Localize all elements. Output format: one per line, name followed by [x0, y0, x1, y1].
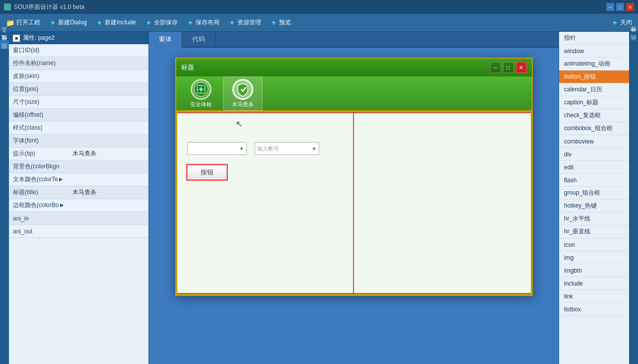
nav-item-security[interactable]: 安全体检	[181, 77, 221, 110]
center-tabs: 窗体 代码	[149, 32, 559, 48]
sim-dialog-body[interactable]: ↖ ▼ 输入帐号 ▼	[176, 111, 532, 295]
right-side-tabs: 控件 结构	[629, 32, 638, 364]
guide-bottom	[177, 293, 531, 294]
close-app-button[interactable]: ＋ 关闭	[607, 16, 636, 29]
account-placeholder: 输入帐号	[257, 145, 279, 152]
comp-item[interactable]: 指针	[559, 32, 638, 45]
dropdown-1[interactable]: ▼	[187, 142, 247, 155]
prop-name: 皮肤(skin)	[13, 72, 72, 80]
prop-name: 位置(pos)	[13, 85, 72, 93]
comp-item[interactable]: hr_垂直线	[559, 225, 638, 238]
prop-row[interactable]: 窗口ID(id)	[9, 44, 148, 57]
close-app-icon: ＋	[611, 18, 618, 27]
comp-item[interactable]: caption_标题	[559, 96, 638, 109]
left-tab-props[interactable]: 属性	[0, 40, 9, 49]
nav-item-trojan-label: 木马查杀	[232, 101, 254, 108]
right-tab-struct[interactable]: 结构	[629, 40, 638, 49]
close-button[interactable]: ✕	[626, 3, 634, 11]
left-tab-struct[interactable]: 层级	[0, 49, 9, 57]
prop-name: 窗口ID(id)	[13, 46, 72, 55]
prop-name: 文本颜色(colorTe►	[13, 175, 72, 184]
left-tab-tools[interactable]: 工具	[0, 32, 9, 40]
sim-navbar: 安全体检 木马查杀	[176, 76, 532, 111]
comp-item[interactable]: link	[559, 290, 638, 303]
preview-icon: ＋	[270, 18, 277, 27]
comp-item[interactable]: hr_水平线	[559, 213, 638, 225]
new-dialog-icon: ＋	[49, 18, 56, 27]
comp-item[interactable]: imgbtn	[559, 264, 638, 277]
right-tab-controls[interactable]: 控件	[629, 32, 638, 40]
prop-name: ani_out	[13, 228, 72, 235]
comp-item[interactable]: combobox_组合框	[559, 122, 638, 135]
comp-item[interactable]: icon	[559, 238, 638, 251]
open-project-button[interactable]: 📁 打开工程	[2, 16, 44, 29]
prop-row[interactable]: ani_out	[9, 225, 148, 238]
app-title: SOUI界面设计器 v1.0 beta	[4, 3, 84, 11]
prop-row[interactable]: 背景色(colorBkgn	[9, 160, 148, 173]
comp-item[interactable]: group_组合框	[559, 187, 638, 200]
left-panel: 工具 属性 层级 ■ 属性: page2 窗口ID(id) 控件名称(name)…	[0, 32, 149, 364]
svg-point-4	[200, 88, 203, 91]
new-include-button[interactable]: ＋ 新建Include	[92, 16, 140, 29]
tab-window[interactable]: 窗体	[149, 32, 182, 48]
prop-row[interactable]: 控件名称(name)	[9, 57, 148, 70]
prop-name: ani_in	[13, 215, 72, 222]
comp-item[interactable]: button_按钮	[559, 71, 638, 83]
prop-row[interactable]: 提示(tip) 木马查杀	[9, 147, 148, 160]
center-area: 窗体 代码 标题 ─ □ ✕	[149, 32, 559, 364]
comp-item[interactable]: animateimg_动画	[559, 58, 638, 71]
guide-right	[353, 112, 354, 294]
preview-button[interactable]: ＋ 预览	[266, 16, 295, 29]
comp-item[interactable]: edit	[559, 161, 638, 174]
prop-name: 提示(tip)	[13, 149, 72, 158]
comp-item[interactable]: img	[559, 251, 638, 264]
comp-item[interactable]: comboview	[559, 135, 638, 148]
prop-row[interactable]: 边框颜色(colorBo►	[9, 199, 148, 212]
comp-item[interactable]: include	[559, 277, 638, 290]
prop-row[interactable]: 尺寸(size)	[9, 96, 148, 109]
props-title: 属性: page2	[23, 34, 55, 42]
resource-mgr-button[interactable]: ＋ 资源管理	[224, 16, 265, 29]
prop-row[interactable]: 位置(pos)	[9, 83, 148, 96]
comp-item[interactable]: window	[559, 45, 638, 58]
prop-row[interactable]: 文本颜色(colorTe►	[9, 173, 148, 186]
save-layout-button[interactable]: ＋ 保存布局	[183, 16, 223, 29]
open-icon: 📁	[6, 19, 14, 27]
comp-item[interactable]: calendar_日历	[559, 83, 638, 96]
save-all-button[interactable]: ＋ 全部保存	[141, 16, 182, 29]
account-arrow: ▼	[312, 146, 317, 151]
cursor-indicator: ↖	[236, 119, 242, 129]
comp-item[interactable]: hotkey_热键	[559, 200, 638, 213]
prop-row[interactable]: 样式(class)	[9, 122, 148, 135]
sim-dialog-title: 标题	[181, 63, 194, 72]
title-controls: ─ □ ✕	[606, 3, 634, 11]
prop-row[interactable]: 标题(title) 木马查杀	[9, 186, 148, 199]
properties-list: 窗口ID(id) 控件名称(name) 皮肤(skin) 位置(pos) 尺寸(…	[9, 44, 148, 364]
account-input[interactable]: 输入帐号 ▼	[255, 142, 319, 155]
app-icon	[4, 3, 11, 10]
new-include-icon: ＋	[96, 18, 103, 27]
prop-name: 控件名称(name)	[13, 59, 72, 68]
sim-close-button[interactable]: ✕	[516, 62, 527, 73]
comp-item[interactable]: listbox	[559, 303, 638, 316]
maximize-button[interactable]: □	[616, 3, 624, 11]
comp-item[interactable]: check_复选框	[559, 109, 638, 122]
comp-item[interactable]: flash	[559, 174, 638, 187]
sim-restore-button[interactable]: □	[503, 62, 514, 73]
prop-row[interactable]: 皮肤(skin)	[9, 70, 148, 83]
minimize-button[interactable]: ─	[606, 3, 614, 11]
sim-minimize-button[interactable]: ─	[490, 62, 501, 73]
form-row: ▼ 输入帐号 ▼	[187, 142, 521, 155]
sim-button[interactable]: 按钮	[187, 165, 227, 180]
prop-row[interactable]: 偏移(offset)	[9, 109, 148, 122]
comp-item[interactable]: div	[559, 148, 638, 161]
new-dialog-button[interactable]: ＋ 新建Dialog	[45, 16, 91, 29]
prop-row[interactable]: 字体(font)	[9, 135, 148, 147]
component-list: 指针windowanimateimg_动画button_按钮calendar_日…	[559, 32, 638, 364]
tab-code[interactable]: 代码	[182, 32, 215, 47]
prop-value: 木马查杀	[72, 149, 96, 158]
canvas-area[interactable]: 标题 ─ □ ✕	[149, 48, 559, 364]
prop-row[interactable]: ani_in	[9, 212, 148, 225]
prop-name: 样式(class)	[13, 124, 72, 132]
nav-item-trojan[interactable]: 木马查杀	[223, 76, 263, 111]
